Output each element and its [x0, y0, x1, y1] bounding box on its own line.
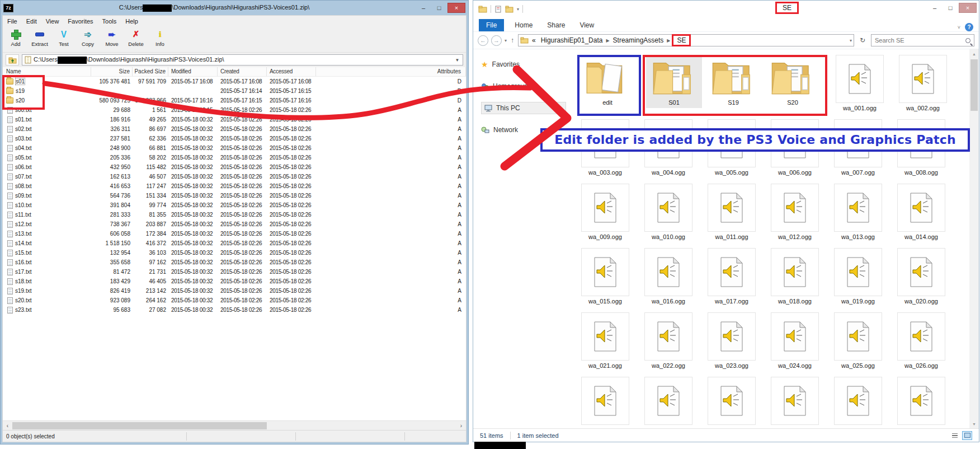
column-header-packed-size[interactable]: Packed Size: [133, 67, 168, 76]
move-button[interactable]: ➨Move: [102, 28, 121, 47]
search-icon[interactable]: [965, 38, 970, 43]
audio-file-tile[interactable]: [704, 377, 760, 428]
thumbnail-view-button[interactable]: [962, 431, 972, 440]
column-header-size[interactable]: Size: [91, 67, 133, 76]
column-header-accessed[interactable]: Accessed: [267, 67, 316, 76]
audio-file-tile[interactable]: wa_019.ogg: [830, 248, 886, 307]
menu-item[interactable]: Help: [121, 17, 143, 26]
table-row[interactable]: s16.txt 355 658 97 162 2015-05-18 00:32 …: [3, 258, 466, 267]
breadcrumb-item-se[interactable]: SE: [672, 34, 691, 46]
back-button[interactable]: ←: [478, 35, 488, 46]
sidebar-item-this-pc[interactable]: This PC: [481, 102, 566, 114]
audio-file-tile[interactable]: wa_018.ogg: [767, 248, 823, 307]
address-bar[interactable]: « HigurashiEp01_Data ▶ StreamingAssets ▶…: [518, 34, 854, 46]
audio-file-tile[interactable]: wa_021.ogg: [577, 312, 633, 371]
search-input[interactable]: [875, 37, 965, 44]
table-row[interactable]: s01 105 376 481 97 591 709 2015-05-17 16…: [3, 77, 466, 86]
tab-file[interactable]: File: [479, 19, 504, 31]
table-row[interactable]: s10.txt 391 804 99 774 2015-05-18 00:32 …: [3, 200, 466, 210]
audio-file-tile[interactable]: wa_023.ogg: [704, 312, 760, 371]
sidebar-item-homegroup[interactable]: Homegroup: [481, 80, 573, 92]
properties-icon[interactable]: [494, 6, 502, 13]
table-row[interactable]: s07.txt 162 613 46 507 2015-05-18 00:32 …: [3, 172, 466, 181]
audio-file-tile[interactable]: [640, 377, 696, 428]
audio-file-tile[interactable]: wa_009.ogg: [577, 184, 633, 242]
audio-file-tile[interactable]: wa_020.ogg: [893, 248, 949, 307]
audio-file-tile[interactable]: wa_022.ogg: [640, 312, 696, 371]
menu-item[interactable]: View: [41, 17, 64, 26]
table-row[interactable]: s00.txt 29 688 1 561 2015-05-17 18:15 20…: [3, 105, 466, 115]
maximize-button[interactable]: □: [432, 3, 446, 13]
menu-item[interactable]: File: [3, 17, 22, 26]
audio-file-tile[interactable]: wa_017.ogg: [704, 248, 760, 307]
search-box[interactable]: [871, 34, 974, 46]
audio-file-tile[interactable]: wa_024.ogg: [767, 312, 823, 371]
audio-file-tile[interactable]: wa_026.ogg: [893, 312, 949, 371]
audio-file-tile[interactable]: wa_001.ogg: [832, 55, 888, 114]
extract-button[interactable]: Extract: [30, 28, 49, 47]
minimize-button[interactable]: –: [927, 3, 942, 13]
table-row[interactable]: s23.txt 95 683 27 082 2015-05-18 00:32 2…: [3, 305, 466, 315]
table-row[interactable]: s18.txt 183 429 46 405 2015-05-18 00:32 …: [3, 277, 466, 286]
minimize-button[interactable]: –: [416, 3, 431, 13]
menu-item[interactable]: Edit: [22, 17, 41, 26]
audio-file-tile[interactable]: wa_013.ogg: [830, 184, 886, 242]
7zip-address-combobox[interactable]: C:\Users\Downloads\Higurashi\HigurashiPS…: [22, 54, 463, 66]
sidebar-item-favorites[interactable]: ★ Favorites: [481, 58, 573, 71]
folder-s20[interactable]: S20: [765, 57, 821, 108]
maximize-button[interactable]: □: [943, 3, 958, 13]
table-row[interactable]: s02.txt 326 311 86 697 2015-05-18 00:32 …: [3, 124, 466, 134]
table-row[interactable]: s20.txt 923 089 264 162 2015-05-18 00:32…: [3, 296, 466, 305]
table-row[interactable]: s01.txt 186 916 49 265 2015-05-18 00:32 …: [3, 115, 466, 124]
delete-button[interactable]: ✗Delete: [126, 28, 145, 47]
audio-file-tile[interactable]: wa_015.ogg: [577, 248, 633, 307]
audio-file-tile[interactable]: wa_016.ogg: [640, 248, 696, 307]
audio-file-tile[interactable]: [767, 377, 823, 428]
audio-file-tile[interactable]: [893, 377, 949, 428]
chevron-down-icon[interactable]: ▾: [517, 7, 519, 12]
audio-file-tile[interactable]: [830, 377, 886, 428]
close-button[interactable]: ×: [447, 3, 465, 13]
menu-item[interactable]: Tools: [98, 17, 121, 26]
table-row[interactable]: s17.txt 81 472 21 731 2015-05-18 00:32 2…: [3, 267, 466, 277]
column-header-attributes[interactable]: Attributes: [316, 67, 466, 76]
breadcrumb-item[interactable]: HigurashiEp01_Data: [539, 36, 605, 44]
column-header-name[interactable]: Name: [3, 67, 91, 76]
scroll-left-icon[interactable]: ‹: [3, 421, 12, 431]
table-row[interactable]: s19.txt 826 419 213 142 2015-05-18 00:32…: [3, 286, 466, 296]
audio-file-tile[interactable]: wa_010.ogg: [640, 184, 696, 242]
folder-edit[interactable]: edit: [579, 57, 635, 108]
vertical-scrollbar[interactable]: ▲ ▼: [969, 49, 979, 428]
folder-s01[interactable]: S01: [646, 57, 702, 108]
column-header-created[interactable]: Created: [218, 67, 267, 76]
breadcrumb-item[interactable]: StreamingAssets: [611, 36, 666, 44]
column-header-modified[interactable]: Modified: [168, 67, 218, 76]
table-row[interactable]: s03.txt 237 581 62 336 2015-05-18 00:32 …: [3, 134, 466, 143]
folder-icon[interactable]: [478, 6, 487, 13]
audio-file-tile[interactable]: wa_002.ogg: [895, 55, 951, 114]
copy-button[interactable]: ➾Copy: [78, 28, 97, 47]
audio-file-tile[interactable]: [577, 377, 633, 428]
table-row[interactable]: s09.txt 564 736 151 334 2015-05-18 00:32…: [3, 191, 466, 200]
scrollbar-thumb[interactable]: [12, 422, 267, 429]
tab-home[interactable]: Home: [507, 19, 540, 31]
chevron-down-icon[interactable]: ▼: [453, 55, 461, 64]
ribbon-collapse-icon[interactable]: ˅: [958, 25, 960, 30]
breadcrumb-collapsed[interactable]: «: [530, 36, 538, 44]
tab-share[interactable]: Share: [540, 19, 572, 31]
table-row[interactable]: s06.txt 432 950 115 482 2015-05-18 00:32…: [3, 162, 466, 172]
info-button[interactable]: iInfo: [150, 28, 169, 47]
audio-file-tile[interactable]: wa_012.ogg: [767, 184, 823, 242]
tab-view[interactable]: View: [572, 19, 601, 31]
7zip-app-icon[interactable]: 7z: [3, 4, 13, 12]
audio-file-tile[interactable]: wa_025.ogg: [830, 312, 886, 371]
add-button[interactable]: Add: [6, 28, 25, 47]
up-button[interactable]: ↑: [510, 36, 515, 44]
scroll-down-icon[interactable]: ▼: [972, 419, 976, 428]
table-row[interactable]: s15.txt 132 954 36 103 2015-05-18 00:32 …: [3, 248, 466, 258]
7zip-horizontal-scrollbar[interactable]: ‹ ›: [3, 420, 466, 430]
history-dropdown-icon[interactable]: ▾: [505, 38, 507, 43]
table-row[interactable]: s13.txt 606 058 172 384 2015-05-18 00:32…: [3, 229, 466, 238]
details-view-button[interactable]: [950, 431, 960, 440]
test-button[interactable]: VTest: [54, 28, 73, 47]
